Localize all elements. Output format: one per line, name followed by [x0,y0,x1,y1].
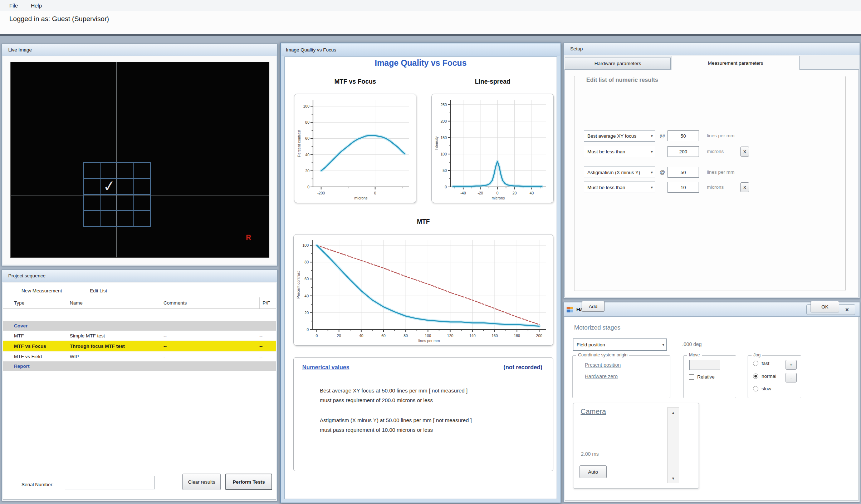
move-group: Move Relative [683,355,736,398]
limit-input[interactable] [667,146,699,157]
add-button[interactable]: Add [582,301,605,312]
svg-text:0: 0 [307,327,309,332]
numerical-line: must pass requirement of 10.00 microns o… [320,427,433,433]
row-pf: -- [259,354,276,359]
svg-text:40: 40 [529,191,534,195]
unit-label: microns [707,149,724,154]
project-sequence-panel: Project sequence New Measurement Edit Li… [1,270,278,501]
unit-label: microns [707,184,724,190]
check-cursor-icon: ✓ [102,177,117,195]
limit-input[interactable] [667,182,699,193]
svg-text:200: 200 [536,333,543,338]
quality-report-heading: Image Quality vs Focus [284,58,557,68]
jog-minus-button[interactable]: - [786,373,797,382]
live-image-title: Live Image [8,47,32,53]
svg-text:60: 60 [305,136,309,140]
radio-normal[interactable] [753,374,758,379]
perform-tests-button[interactable]: Perform Tests [225,474,272,490]
move-distance-input[interactable] [689,360,720,370]
scroll-up-icon[interactable]: ▲ [667,408,679,417]
frequency-input[interactable] [667,130,699,141]
serial-number-label: Serial Number: [21,482,54,487]
svg-text:0: 0 [307,185,309,189]
tab-measurement-parameters[interactable]: Measurement parameters [671,56,800,70]
row-pf: -- [259,333,276,339]
menu-item-help[interactable]: Help [31,3,42,9]
hardware-zero-link[interactable]: Hardware zero [585,374,618,379]
svg-text:Intensity: Intensity [434,136,439,150]
row-name: Through focus MTF test [70,344,163,349]
recording-indicator: R [246,233,251,242]
svg-text:80: 80 [305,120,309,124]
scroll-down-icon[interactable]: ▼ [667,474,679,483]
auto-exposure-button[interactable]: Auto [579,465,607,478]
setup-titlebar: Setup [564,43,860,55]
result-type-select[interactable]: Astigmatism (X minus Y) ▾ [584,167,655,178]
motorized-stages-link[interactable]: Motorized stages [574,324,620,331]
svg-text:microns: microns [354,196,368,200]
live-image-panel: Live Image ✓ R [1,44,278,266]
chevron-down-icon: ▾ [651,149,653,154]
row-type: MTF vs Field [14,354,70,359]
camera-group: Camera ▲ ▼ 2.00 ms Auto [573,403,699,489]
new-measurement-menu[interactable]: New Measurement [21,288,62,293]
menu-item-file[interactable]: File [9,3,18,9]
exposure-readout: 2.00 ms [581,451,599,457]
radio-fast[interactable] [753,361,758,366]
hardware-content: Motorized stages Field position ▾ .000 d… [565,317,858,501]
numerical-values-link[interactable]: Numerical values [302,364,349,371]
relative-checkbox[interactable] [689,374,694,380]
close-icon[interactable]: ✕ [839,305,855,315]
crosshair-vertical [116,62,117,257]
table-row-selected[interactable]: MTF vs Focus Through focus MTF test -- -… [3,341,276,351]
unit-label: lines per mm [707,169,734,175]
present-position-link[interactable]: Present position [585,362,621,368]
remove-result-button[interactable]: X [740,182,749,192]
relative-option[interactable]: Relative [689,374,715,380]
group-row-cover: Cover [3,321,276,331]
requirement-select[interactable]: Must be less than ▾ [584,146,655,157]
chart-title-mtf: MTF [293,218,553,226]
not-recorded-status: (not recorded) [504,364,542,371]
ok-button[interactable]: OK [811,301,839,312]
svg-text:120: 120 [447,333,454,338]
jog-fast-option[interactable]: fast [753,361,769,366]
table-row[interactable]: MTF vs Field WIP - -- [3,351,276,361]
jog-slow-option[interactable]: slow [753,386,771,391]
requirement-select[interactable]: Must be less than ▾ [584,182,655,193]
svg-text:20: 20 [513,191,517,195]
menu-bar: File Help [0,0,861,11]
svg-text:60: 60 [381,333,386,338]
table-row[interactable]: MTF Simple MTF test -- -- [3,331,276,341]
row-comments: -- [163,344,259,349]
result-row: Best average XY focus ▾ @ lines per mm [584,130,827,142]
svg-text:0: 0 [316,333,318,338]
svg-text:microns: microns [492,196,505,200]
exposure-scrollbar[interactable]: ▲ ▼ [667,407,679,483]
stage-select[interactable]: Field position ▾ [573,339,667,351]
jog-normal-option[interactable]: normal [753,374,776,379]
jog-plus-button[interactable]: + [786,360,797,370]
remove-result-button[interactable]: X [740,147,749,157]
camera-link[interactable]: Camera [581,407,606,416]
tab-hardware-parameters[interactable]: Hardware parameters [565,58,671,69]
svg-text:80: 80 [304,260,309,264]
svg-text:100: 100 [302,243,309,247]
setup-title: Setup [570,46,583,51]
requirement-row: Must be less than ▾ microns [584,146,827,157]
image-quality-window-title: Image Quality vs Focus [286,47,336,53]
column-type: Type [14,300,70,306]
result-type-select[interactable]: Best average XY focus ▾ [584,130,655,142]
clear-results-button[interactable]: Clear results [182,474,221,490]
svg-text:-40: -40 [460,191,466,195]
row-pf: -- [259,344,276,349]
edit-list-menu[interactable]: Edit List [90,288,107,293]
svg-text:160: 160 [491,333,498,338]
hardware-window: Hardware – ▢ ✕ Motorized stages Field po… [563,302,860,502]
svg-text:140: 140 [469,333,476,338]
live-image-content: ✓ R [3,56,276,265]
svg-text:80: 80 [403,333,408,338]
frequency-input[interactable] [667,167,699,178]
serial-number-input[interactable] [65,476,155,489]
radio-slow[interactable] [753,386,758,391]
